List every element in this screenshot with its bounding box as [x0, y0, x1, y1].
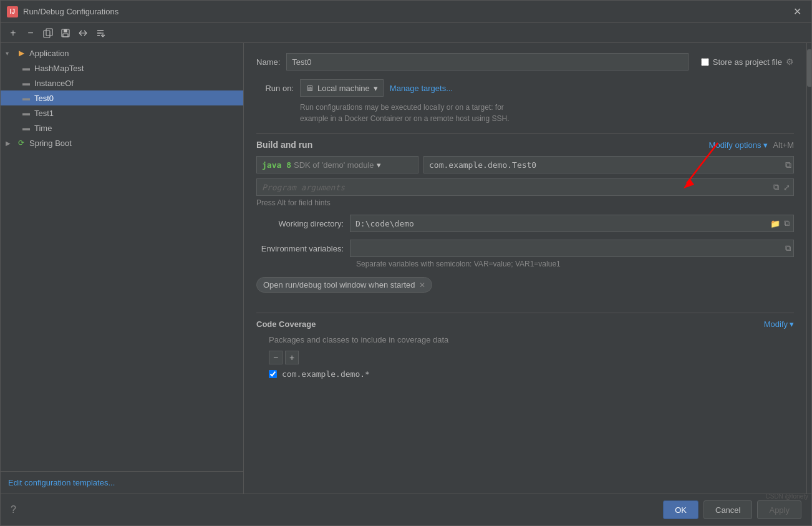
apply-button[interactable]: Apply — [757, 500, 801, 519]
sidebar-item-label: Test0 — [34, 94, 54, 103]
coverage-item-label: com.example.demo.* — [282, 369, 370, 379]
class-input[interactable] — [423, 156, 794, 173]
sidebar-item-time[interactable]: ▬ Time — [1, 120, 243, 135]
env-var-row: Environment variables: ⧉ — [256, 240, 794, 257]
copy-config-button[interactable] — [41, 26, 56, 41]
sidebar-footer: Edit configuration templates... — [1, 471, 243, 494]
sidebar-item-label: Spring Boot — [29, 139, 72, 148]
edit-templates-link[interactable]: Edit configuration templates... — [8, 478, 115, 487]
sidebar-item-test0[interactable]: ▬ Test0 — [1, 90, 243, 105]
cc-add-button[interactable]: + — [285, 351, 299, 364]
working-dir-input[interactable] — [350, 217, 769, 231]
file-icon: ▬ — [21, 77, 32, 89]
sdk-module: SDK of 'demo' module — [294, 160, 374, 170]
dialog-title: Run/Debug Configurations — [23, 7, 790, 16]
file-icon: ▬ — [21, 62, 32, 74]
prog-args-wrap: ⧉ ⤢ — [256, 178, 794, 196]
modify-options-section: Modify options ▾ Alt+M — [709, 140, 794, 150]
build-run-title: Build and run — [256, 140, 312, 150]
store-section: Store as project file ⚙ — [701, 57, 794, 67]
name-row: Name: Store as project file ⚙ — [256, 53, 794, 71]
file-icon: ▬ — [21, 92, 32, 104]
name-label: Name: — [256, 57, 280, 67]
chip-label: Open run/debug tool window when started — [263, 280, 415, 290]
svg-rect-1 — [44, 31, 50, 37]
cc-remove-button[interactable]: − — [269, 351, 283, 364]
sidebar-item-test1[interactable]: ▬ Test1 — [1, 105, 243, 120]
sidebar-item-instanceof[interactable]: ▬ InstanceOf — [1, 75, 243, 90]
close-button[interactable]: ✕ — [790, 4, 805, 19]
svg-rect-3 — [64, 29, 67, 32]
wd-icons: 📁 ⧉ — [769, 217, 793, 230]
chip-close-button[interactable]: ✕ — [419, 281, 425, 290]
gear-icon[interactable]: ⚙ — [786, 57, 794, 67]
alt-m-hint: Alt+M — [773, 140, 794, 150]
code-coverage-section: Code Coverage Modify ▾ Packages and clas… — [256, 319, 794, 379]
env-hint: Separate variables with semicolon: VAR=v… — [356, 260, 794, 268]
program-arguments-input[interactable] — [256, 178, 794, 196]
sdk-dropdown[interactable]: java 8 SDK of 'demo' module ▾ — [256, 156, 418, 173]
spring-icon: ⟳ — [16, 137, 27, 149]
sidebar-item-application[interactable]: ▾ ▶ Application — [1, 46, 243, 61]
manage-targets-link[interactable]: Manage targets... — [390, 84, 453, 93]
sidebar-tree: ▾ ▶ Application ▬ HashMapTest ▬ Instance… — [1, 43, 243, 471]
run-on-row: Run on: 🖥 Local machine ▾ Manage targets… — [256, 79, 794, 97]
copy-icon[interactable]: ⧉ — [785, 160, 791, 170]
main-content: ▾ ▶ Application ▬ HashMapTest ▬ Instance… — [1, 43, 811, 494]
svg-rect-4 — [63, 34, 68, 37]
content-wrapper: Name: Store as project file ⚙ Run on: 🖥 — [244, 43, 811, 494]
remove-config-button[interactable]: − — [23, 26, 38, 41]
expand-args-icon[interactable]: ⤢ — [783, 183, 790, 192]
divider-1 — [256, 133, 794, 134]
env-input-wrap: ⧉ — [350, 240, 794, 257]
packages-label: Packages and classes to include in cover… — [269, 335, 794, 344]
sidebar-item-spring-boot[interactable]: ▶ ⟳ Spring Boot — [1, 135, 243, 150]
class-input-wrap: ⧉ — [423, 156, 794, 173]
app-icon: IJ — [7, 6, 18, 17]
cc-toolbar: − + — [269, 351, 794, 364]
build-run-header: Build and run Modify options ▾ Alt+M — [256, 140, 794, 150]
modify-options-link[interactable]: Modify options ▾ — [709, 140, 768, 150]
chevron-down-icon: ▾ — [374, 84, 378, 93]
toolbar: + − — [1, 23, 811, 43]
store-as-project-checkbox[interactable] — [701, 58, 709, 66]
copy-env-icon[interactable]: ⧉ — [785, 243, 793, 253]
sidebar-item-hashmaptest[interactable]: ▬ HashMapTest — [1, 61, 243, 75]
scrollbar[interactable] — [806, 43, 811, 494]
chevron-down-icon: ▾ — [377, 160, 381, 170]
sidebar-item-label: InstanceOf — [34, 79, 74, 88]
tool-window-chip: Open run/debug tool window when started … — [256, 277, 432, 293]
store-label: Store as project file — [713, 57, 782, 67]
sort-config-button[interactable] — [93, 26, 108, 41]
coverage-item-checkbox[interactable] — [269, 370, 277, 378]
run-debug-dialog: IJ Run/Debug Configurations ✕ + − ▾ — [0, 0, 812, 526]
press-alt-hint: Press Alt for field hints — [256, 198, 794, 207]
modify-link[interactable]: Modify ▾ — [764, 319, 794, 329]
cancel-button[interactable]: Cancel — [703, 500, 752, 519]
sidebar-item-label: Test1 — [34, 109, 54, 118]
title-bar: IJ Run/Debug Configurations ✕ — [1, 1, 811, 23]
modify-options-label: Modify options — [709, 140, 761, 150]
collapse-arrow: ▶ — [6, 140, 16, 147]
name-input[interactable] — [286, 53, 688, 71]
copy-args-icon[interactable]: ⧉ — [773, 182, 779, 192]
file-icon: ▬ — [21, 122, 32, 134]
working-dir-row: Working directory: 📁 ⧉ — [256, 215, 794, 232]
move-config-button[interactable] — [75, 26, 90, 41]
java-label: java 8 — [262, 160, 291, 170]
folder-open-icon[interactable]: 📁 — [769, 218, 781, 230]
copy-wd-icon[interactable]: ⧉ — [783, 217, 791, 230]
run-on-dropdown[interactable]: 🖥 Local machine ▾ — [300, 79, 384, 97]
coverage-item: com.example.demo.* — [269, 369, 794, 379]
help-button[interactable]: ? — [11, 504, 16, 515]
env-vars-input[interactable] — [350, 241, 785, 256]
modify-label: Modify — [764, 319, 788, 329]
run-on-label: Run on: — [256, 84, 294, 93]
run-on-hint: Run configurations may be executed local… — [300, 102, 794, 124]
working-dir-label: Working directory: — [256, 219, 350, 228]
tool-window-chip-wrap: Open run/debug tool window when started … — [256, 277, 794, 303]
add-config-button[interactable]: + — [6, 26, 21, 41]
ok-button[interactable]: OK — [663, 500, 698, 519]
file-icon: ▬ — [21, 107, 32, 119]
save-config-button[interactable] — [58, 26, 73, 41]
